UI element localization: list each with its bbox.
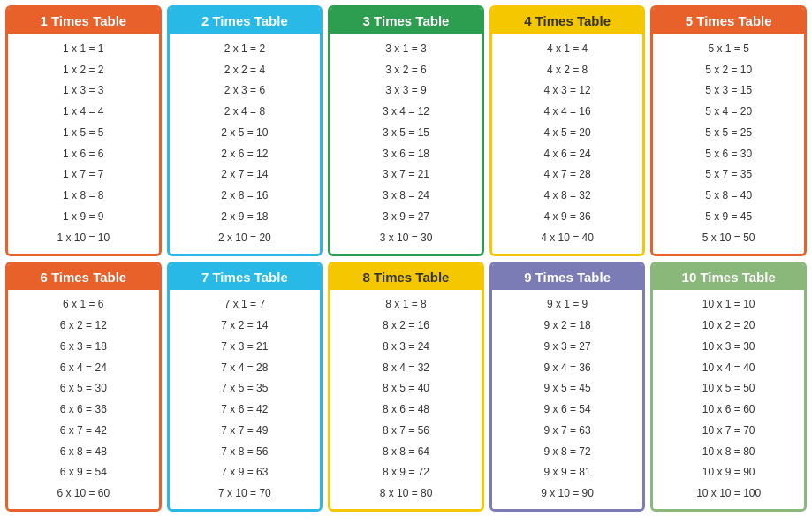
table-row: 10 x 6 = 60 (656, 402, 801, 417)
table-card-5: 5 Times Table5 x 1 = 55 x 2 = 105 x 3 = … (650, 5, 807, 256)
table-row: 9 x 6 = 54 (496, 402, 640, 417)
table-header-2: 2 Times Table (170, 8, 321, 34)
table-row: 6 x 4 = 24 (11, 361, 156, 376)
table-row: 4 x 7 = 28 (496, 167, 640, 182)
table-row: 8 x 2 = 16 (334, 318, 478, 333)
table-row: 4 x 6 = 24 (496, 147, 640, 162)
table-row: 1 x 2 = 2 (11, 63, 156, 78)
table-row: 2 x 9 = 18 (173, 209, 317, 224)
table-row: 9 x 2 = 18 (496, 318, 640, 333)
table-body-4: 4 x 1 = 44 x 2 = 84 x 3 = 124 x 4 = 164 … (492, 34, 643, 254)
table-card-10: 10 Times Table10 x 1 = 1010 x 2 = 2010 x… (650, 262, 807, 513)
table-row: 8 x 4 = 32 (334, 361, 478, 376)
table-row: 8 x 10 = 80 (334, 486, 478, 501)
table-row: 4 x 3 = 12 (496, 83, 640, 98)
times-tables-grid: 1 Times Table1 x 1 = 11 x 2 = 21 x 3 = 3… (0, 0, 812, 517)
table-row: 7 x 3 = 21 (173, 339, 317, 354)
table-row: 3 x 7 = 21 (334, 167, 478, 182)
table-row: 3 x 3 = 9 (334, 83, 478, 98)
table-row: 1 x 9 = 9 (11, 209, 156, 224)
table-row: 7 x 1 = 7 (173, 297, 317, 312)
table-row: 1 x 7 = 7 (11, 167, 156, 182)
table-row: 3 x 4 = 12 (334, 104, 478, 119)
table-row: 7 x 10 = 70 (173, 486, 317, 501)
table-row: 2 x 6 = 12 (173, 147, 317, 162)
table-row: 7 x 6 = 42 (173, 402, 317, 417)
table-row: 5 x 10 = 50 (656, 231, 801, 246)
table-row: 6 x 9 = 54 (11, 465, 156, 480)
table-row: 6 x 1 = 6 (11, 297, 156, 312)
table-row: 2 x 3 = 6 (173, 83, 317, 98)
table-row: 10 x 3 = 30 (656, 339, 801, 354)
table-row: 2 x 1 = 2 (173, 42, 317, 57)
table-header-7: 7 Times Table (170, 264, 321, 290)
table-row: 4 x 8 = 32 (496, 188, 640, 203)
table-row: 8 x 9 = 72 (334, 465, 478, 480)
table-row: 4 x 5 = 20 (496, 125, 640, 141)
table-body-2: 2 x 1 = 22 x 2 = 42 x 3 = 62 x 4 = 82 x … (170, 34, 321, 254)
table-row: 2 x 5 = 10 (173, 125, 317, 141)
table-row: 3 x 2 = 6 (334, 63, 478, 78)
table-body-6: 6 x 1 = 66 x 2 = 126 x 3 = 186 x 4 = 246… (8, 290, 159, 510)
table-row: 5 x 9 = 45 (656, 209, 801, 224)
table-row: 6 x 6 = 36 (11, 402, 156, 417)
table-card-4: 4 Times Table4 x 1 = 44 x 2 = 84 x 3 = 1… (489, 5, 646, 256)
table-row: 6 x 2 = 12 (11, 318, 156, 333)
table-row: 7 x 8 = 56 (173, 445, 317, 460)
table-row: 3 x 6 = 18 (334, 147, 478, 162)
table-row: 8 x 1 = 8 (334, 297, 478, 312)
table-body-5: 5 x 1 = 55 x 2 = 105 x 3 = 155 x 4 = 205… (653, 34, 804, 254)
table-row: 3 x 5 = 15 (334, 125, 478, 141)
table-row: 2 x 7 = 14 (173, 167, 317, 182)
table-row: 1 x 5 = 5 (11, 125, 156, 141)
table-row: 5 x 1 = 5 (656, 42, 801, 57)
table-row: 2 x 2 = 4 (173, 63, 317, 78)
table-row: 10 x 4 = 40 (656, 361, 801, 376)
table-row: 5 x 2 = 10 (656, 63, 801, 78)
table-row: 10 x 1 = 10 (656, 297, 801, 312)
table-row: 4 x 9 = 36 (496, 209, 640, 224)
table-row: 4 x 1 = 4 (496, 42, 640, 57)
table-card-1: 1 Times Table1 x 1 = 11 x 2 = 21 x 3 = 3… (5, 5, 162, 256)
table-header-9: 9 Times Table (492, 264, 643, 290)
table-row: 8 x 6 = 48 (334, 402, 478, 417)
table-row: 8 x 3 = 24 (334, 339, 478, 354)
table-card-9: 9 Times Table9 x 1 = 99 x 2 = 189 x 3 = … (489, 262, 646, 513)
table-row: 3 x 8 = 24 (334, 188, 478, 203)
table-row: 8 x 5 = 40 (334, 381, 478, 396)
table-row: 9 x 5 = 45 (496, 381, 640, 396)
table-row: 5 x 4 = 20 (656, 104, 801, 119)
table-row: 2 x 8 = 16 (173, 188, 317, 203)
table-card-7: 7 Times Table7 x 1 = 77 x 2 = 147 x 3 = … (167, 262, 323, 513)
table-row: 9 x 1 = 9 (496, 297, 640, 312)
table-row: 9 x 8 = 72 (496, 445, 640, 460)
table-row: 3 x 9 = 27 (334, 209, 478, 224)
table-row: 5 x 5 = 25 (656, 125, 801, 141)
table-row: 9 x 9 = 81 (496, 465, 640, 480)
table-row: 1 x 3 = 3 (11, 83, 156, 98)
table-row: 3 x 1 = 3 (334, 42, 478, 57)
table-row: 7 x 2 = 14 (173, 318, 317, 333)
table-row: 10 x 5 = 50 (656, 381, 801, 396)
table-card-2: 2 Times Table2 x 1 = 22 x 2 = 42 x 3 = 6… (167, 5, 323, 256)
table-header-8: 8 Times Table (330, 264, 482, 290)
table-row: 5 x 3 = 15 (656, 83, 801, 98)
table-body-1: 1 x 1 = 11 x 2 = 21 x 3 = 31 x 4 = 41 x … (8, 34, 159, 254)
table-row: 1 x 1 = 1 (11, 42, 156, 57)
table-body-10: 10 x 1 = 1010 x 2 = 2010 x 3 = 3010 x 4 … (653, 290, 804, 510)
table-header-5: 5 Times Table (653, 8, 804, 34)
table-row: 7 x 9 = 63 (173, 465, 317, 480)
table-header-3: 3 Times Table (330, 8, 482, 34)
table-row: 1 x 6 = 6 (11, 147, 156, 162)
table-row: 1 x 4 = 4 (11, 104, 156, 119)
table-row: 4 x 2 = 8 (496, 63, 640, 78)
table-row: 10 x 10 = 100 (656, 486, 801, 501)
table-row: 10 x 7 = 70 (656, 423, 801, 438)
table-row: 6 x 7 = 42 (11, 423, 156, 438)
table-row: 8 x 7 = 56 (334, 423, 478, 438)
table-row: 7 x 7 = 49 (173, 423, 317, 438)
table-row: 8 x 8 = 64 (334, 445, 478, 460)
table-row: 6 x 8 = 48 (11, 445, 156, 460)
table-row: 9 x 10 = 90 (496, 486, 640, 501)
table-row: 10 x 8 = 80 (656, 445, 801, 460)
